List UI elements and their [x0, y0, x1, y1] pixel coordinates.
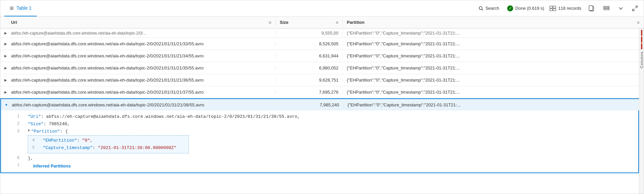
done-check-icon: ✓ — [507, 5, 513, 11]
search-label: Search — [485, 6, 499, 11]
table-row[interactable]: ▶ abfss://eh-capture@aiaehdata.dfs.core.… — [0, 62, 644, 74]
row-expand-icon[interactable]: ▶ — [0, 66, 11, 70]
status-done: ✓ Done (0.619 s) — [507, 5, 544, 11]
row-uri: abfss://eh-capture@aiaehdata.dfs.core.wi… — [11, 31, 275, 36]
col-indicator-bar — [641, 43, 642, 49]
svg-line-10 — [635, 6, 637, 8]
row-uri: abfss://eh-capture@aiaehdata.dfs.core.wi… — [11, 78, 275, 83]
svg-line-11 — [633, 9, 635, 11]
row-size: 6,980,052 — [275, 65, 342, 70]
table-row[interactable]: ▶ abfss://eh-capture@aiaehdata.dfs.core.… — [0, 38, 644, 50]
col-header-uri: Uri ≡ — [0, 20, 275, 25]
chevron-down-icon — [619, 7, 623, 10]
detail-line-5: 5 "Capture_timestamp": "2021-01-31T21:38… — [32, 144, 182, 152]
row-size: 7,985,240 — [276, 102, 343, 107]
row-size: 6,631,944 — [275, 53, 342, 58]
detail-line-4: 4 "EHPartition": "0", — [32, 137, 182, 144]
svg-rect-7 — [589, 6, 593, 10]
row-expand-icon[interactable]: ▶ — [0, 42, 11, 46]
row-partition: {"EHPartition":"0","Capture_timestamp":"… — [342, 65, 644, 70]
detail-line-2: 2 "Size": 7985240, — [17, 120, 634, 128]
table-row[interactable]: ▶ abfss://eh-capture@aiaehdata.dfs.core.… — [0, 50, 644, 62]
col-header-partition: Partition ≡ — [342, 20, 644, 25]
row-partition: {"EHPartition":"0","Capture_timestamp":"… — [343, 102, 643, 107]
table-body: ▶ abfss://eh-capture@aiaehdata.dfs.core.… — [0, 29, 644, 194]
row-expand-icon[interactable]: ▶ — [0, 90, 11, 94]
row-partition: {"EHPartition":"0","Capture_timestamp":"… — [342, 78, 644, 83]
svg-rect-9 — [604, 8, 609, 10]
columns-label: Columns — [640, 51, 644, 68]
detail-line-1: 1 "Uri": abfss://eh-capture@aiaehdata.df… — [17, 113, 634, 120]
row-detail: 1 "Uri": abfss://eh-capture@aiaehdata.df… — [0, 110, 639, 173]
row-expand-icon[interactable]: ▶ — [0, 54, 11, 58]
records-label: 118 records — [558, 6, 581, 11]
expand-icon — [632, 6, 638, 11]
uri-col-menu-icon[interactable]: ≡ — [269, 20, 271, 25]
svg-rect-3 — [553, 6, 556, 8]
size-col-menu-icon[interactable]: ≡ — [336, 20, 338, 25]
chevron-button[interactable] — [617, 6, 625, 11]
table-icon: ⊞ — [10, 5, 14, 11]
records-icon — [549, 6, 556, 11]
copy-icon — [589, 5, 594, 11]
detail-line-7: 7 Inferred Partitions — [17, 162, 634, 170]
row-uri: abfss://eh-capture@aiaehdata.dfs.core.wi… — [11, 53, 275, 58]
row-uri: abfss://eh-capture@aiaehdata.dfs.core.wi… — [11, 90, 275, 95]
table-row-selected[interactable]: ▼ abfss://eh-capture@aiaehdata.dfs.core.… — [0, 98, 644, 110]
table-row[interactable]: ▶ abfss://eh-capture@aiaehdata.dfs.core.… — [0, 74, 644, 86]
tab-bar: ⊞ Table 1 Search ✓ Done (0.619 s) — [0, 0, 644, 16]
detail-popup: 4 "EHPartition": "0", 5 "Capture_timesta… — [28, 135, 634, 153]
copy-button[interactable] — [587, 4, 596, 13]
svg-rect-4 — [550, 9, 552, 11]
inferred-partitions-label: Inferred Partitions — [33, 162, 71, 170]
partition-col-menu-icon[interactable]: ≡ — [637, 20, 640, 25]
svg-line-1 — [482, 9, 483, 10]
records-count: 118 records — [549, 6, 581, 11]
col-indicator-bar — [641, 30, 642, 36]
search-button[interactable]: Search — [476, 4, 502, 12]
row-size: 7,695,276 — [275, 90, 342, 95]
row-partition: {"EHPartition":"0","Capture_timestamp":"… — [342, 41, 644, 46]
detail-line-6: 6 }, — [17, 155, 634, 162]
row-uri: abfss://eh-capture@aiaehdata.dfs.core.wi… — [11, 65, 275, 70]
col-header-size: Size ≡ — [275, 20, 342, 25]
tab-label: Table 1 — [16, 5, 32, 11]
row-expand-icon[interactable]: ▼ — [1, 103, 12, 107]
table-header: Uri ≡ Size ≡ Partition ≡ — [0, 16, 644, 29]
detail-line-3: 3 ▼ "Partition": { — [17, 128, 634, 135]
row-size: 9,628,751 — [275, 78, 342, 83]
detail-expand-icon[interactable]: ▼ — [28, 128, 30, 134]
row-expand-icon[interactable]: ▶ — [0, 31, 11, 35]
svg-point-0 — [479, 6, 482, 9]
row-partition: {"EHPartition":"0","Capture_timestamp":"… — [342, 53, 644, 58]
svg-rect-8 — [604, 6, 609, 8]
row-expand-icon[interactable]: ▶ — [0, 78, 11, 82]
layout-icon — [603, 6, 609, 11]
table-row[interactable]: ▶ abfss://eh-capture@aiaehdata.dfs.core.… — [0, 29, 644, 38]
expand-button[interactable] — [630, 4, 640, 12]
status-label: Done (0.619 s) — [515, 6, 544, 11]
row-uri: abfss://eh-capture@aiaehdata.dfs.core.wi… — [12, 102, 276, 107]
table-row[interactable]: ▶ abfss://eh-capture@aiaehdata.dfs.core.… — [0, 86, 644, 98]
search-icon — [479, 6, 483, 11]
row-size: 8,526,505 — [275, 41, 342, 46]
row-uri: abfss://eh-capture@aiaehdata.dfs.core.wi… — [11, 41, 275, 46]
layout-button[interactable] — [601, 5, 611, 12]
toolbar-right: Search ✓ Done (0.619 s) 118 records — [476, 4, 640, 13]
row-size: 9,555,00 — [275, 31, 342, 36]
row-partition: {"EHPartition":"0","Capture_timestamp":"… — [342, 31, 644, 36]
col-indicator-bar — [641, 37, 642, 43]
svg-rect-2 — [550, 6, 552, 8]
svg-rect-5 — [553, 9, 556, 11]
app-container: ⊞ Table 1 Search ✓ Done (0.619 s) — [0, 0, 644, 194]
row-partition: {"EHPartition":"0","Capture_timestamp":"… — [342, 90, 644, 95]
columns-panel: Columns — [639, 29, 644, 194]
table-area: Uri ≡ Size ≡ Partition ≡ ▶ abfss://eh-ca… — [0, 16, 644, 194]
tab-table1[interactable]: ⊞ Table 1 — [4, 0, 37, 16]
